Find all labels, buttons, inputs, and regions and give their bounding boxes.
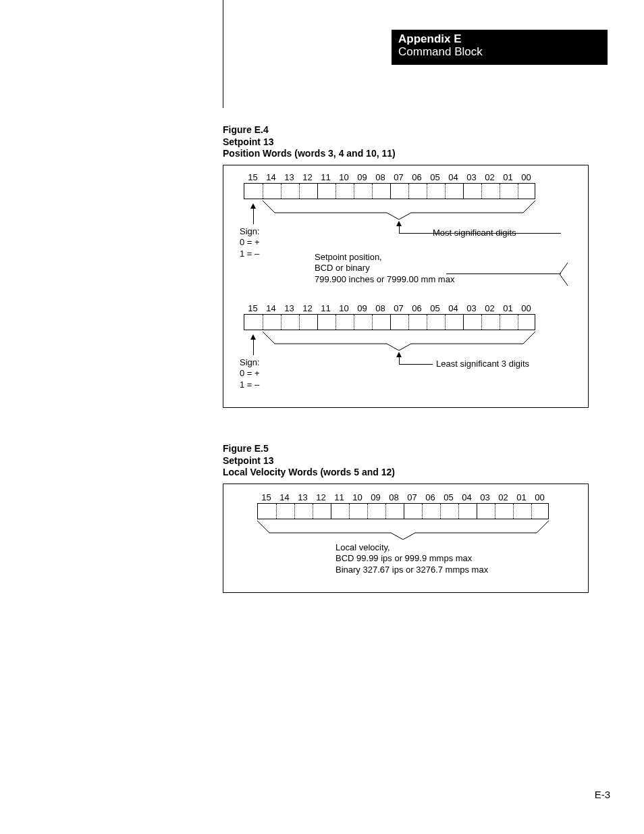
bit-label: 10: [335, 172, 353, 182]
figure-e4-caption-line3: Position Words (words 3, 4 and 10, 11): [223, 148, 396, 160]
connector-line: [446, 273, 561, 274]
angle-icon: [560, 263, 569, 286]
bit-label: 12: [298, 172, 317, 182]
word-bar-upper: [244, 183, 535, 199]
bit-label: 00: [517, 172, 535, 182]
bit-label: 13: [294, 492, 312, 502]
bit-label: 15: [244, 172, 262, 182]
arrow-up-icon: [396, 352, 402, 357]
sign-label-line: 0 = +: [240, 368, 260, 379]
bit-label: 15: [244, 303, 262, 313]
local-velocity-line: Binary 327.67 ips or 3276.7 mmps max: [336, 565, 488, 575]
brace-icon: [263, 201, 535, 219]
bit-label: 01: [512, 492, 531, 502]
sign-label-line: 0 = +: [240, 237, 260, 248]
bit-label: 03: [462, 172, 481, 182]
bit-label: 09: [367, 492, 385, 502]
word-bar-e5: [257, 503, 549, 519]
bit-label: 02: [481, 172, 499, 182]
figure-e5-caption-line1: Figure E.5: [223, 443, 395, 455]
page-number: E-3: [595, 789, 610, 800]
sign-label-line: Sign:: [240, 226, 260, 237]
bit-label: 12: [312, 492, 330, 502]
setpoint-text-line: BCD or binary: [315, 263, 454, 273]
bit-label: 00: [531, 492, 549, 502]
bit-label: 14: [275, 492, 294, 502]
figure-e5-caption-line3: Local Velocity Words (words 5 and 12): [223, 467, 395, 479]
lsd-label: Least significant 3 digits: [436, 359, 529, 369]
bit-label: 12: [298, 303, 317, 313]
bit-label: 01: [499, 303, 517, 313]
bit-label: 02: [494, 492, 512, 502]
figure-e5-caption-line2: Setpoint 13: [223, 455, 395, 467]
bit-label: 06: [408, 172, 426, 182]
setpoint-text-line: Setpoint position,: [315, 252, 454, 263]
bit-label: 08: [371, 303, 390, 313]
bit-label: 04: [444, 172, 462, 182]
connector-line: [399, 233, 561, 234]
bit-label: 07: [390, 303, 408, 313]
bit-label: 11: [317, 303, 335, 313]
bit-label: 11: [317, 172, 335, 182]
bit-label: 14: [262, 172, 280, 182]
arrow-up-icon: [396, 221, 402, 226]
local-velocity-line: BCD 99.99 ips or 999.9 mmps max: [336, 553, 488, 564]
sign-label-line: 1 = –: [240, 380, 260, 390]
bit-label: 05: [439, 492, 458, 502]
bit-label: 10: [335, 303, 353, 313]
figure-e4-caption-line2: Setpoint 13: [223, 136, 396, 149]
sign-leader: [253, 339, 254, 355]
bits-row-e5: 15141312111009080706050403020100: [257, 492, 549, 502]
word-bar-lower: [244, 314, 535, 330]
bit-label: 05: [426, 303, 444, 313]
bit-label: 09: [353, 303, 371, 313]
sign-label-line: 1 = –: [240, 249, 260, 259]
connector-line: [399, 357, 400, 364]
bit-label: 14: [262, 303, 280, 313]
sign-label-lower: Sign: 0 = + 1 = –: [240, 357, 260, 390]
bit-label: 03: [462, 303, 481, 313]
bit-label: 05: [426, 172, 444, 182]
bit-label: 10: [348, 492, 367, 502]
local-velocity-line: Local velocity,: [336, 542, 488, 553]
bits-row-lower: 15141312111009080706050403020100: [244, 303, 535, 313]
bits-row-upper: 15141312111009080706050403020100: [244, 172, 535, 182]
setpoint-text: Setpoint position, BCD or binary 799.900…: [315, 252, 454, 285]
figure-e5-caption: Figure E.5 Setpoint 13 Local Velocity Wo…: [223, 443, 395, 479]
figure-e5: 15141312111009080706050403020100 Local v…: [223, 484, 589, 593]
bit-label: 07: [390, 172, 408, 182]
local-velocity-text: Local velocity, BCD 99.99 ips or 999.9 m…: [336, 542, 488, 575]
figure-e4-caption-line1: Figure E.4: [223, 124, 396, 136]
bit-label: 08: [385, 492, 403, 502]
connector-line: [399, 364, 433, 365]
bit-label: 07: [403, 492, 421, 502]
figure-e4: 15141312111009080706050403020100 Sign: 0…: [223, 165, 589, 408]
bit-label: 06: [408, 303, 426, 313]
header-box: Appendix E Command Block: [392, 30, 608, 65]
bit-label: 03: [476, 492, 494, 502]
bit-label: 01: [499, 172, 517, 182]
bit-label: 00: [517, 303, 535, 313]
bit-label: 11: [330, 492, 348, 502]
brace-icon: [257, 521, 549, 540]
bit-label: 13: [280, 303, 298, 313]
connector-line: [399, 226, 400, 233]
setpoint-text-line: 799.900 inches or 7999.00 mm max: [315, 274, 454, 285]
appendix-label: Appendix E: [398, 32, 601, 46]
sign-leader: [253, 208, 254, 224]
bit-label: 13: [280, 172, 298, 182]
brace-icon: [263, 332, 535, 350]
bit-label: 09: [353, 172, 371, 182]
bit-label: 02: [481, 303, 499, 313]
sign-label-upper: Sign: 0 = + 1 = –: [240, 226, 260, 259]
bit-label: 08: [371, 172, 390, 182]
bit-label: 04: [444, 303, 462, 313]
sign-label-line: Sign:: [240, 357, 260, 368]
figure-e4-caption: Figure E.4 Setpoint 13 Position Words (w…: [223, 124, 396, 160]
header-subtitle: Command Block: [398, 46, 601, 59]
bit-label: 15: [257, 492, 275, 502]
header-divider: [223, 0, 223, 108]
bit-label: 06: [421, 492, 439, 502]
bit-label: 04: [458, 492, 476, 502]
